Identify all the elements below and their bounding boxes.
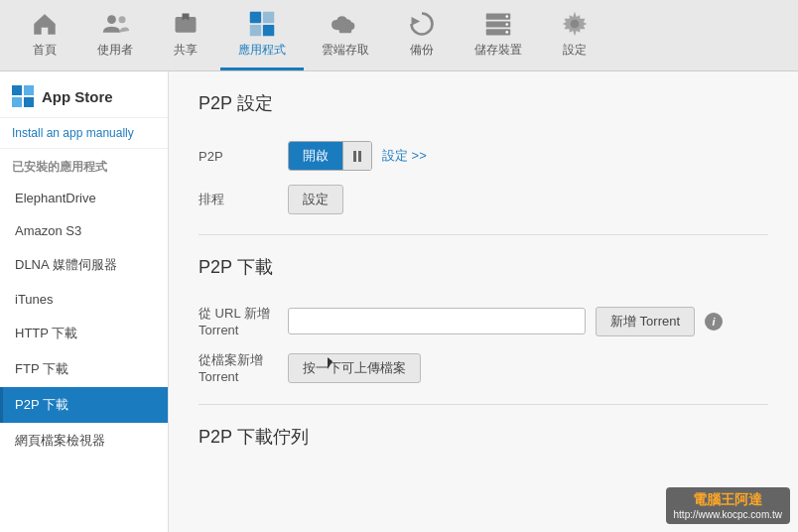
add-torrent-btn[interactable]: 新增 Torrent <box>596 307 695 336</box>
pause-icon <box>353 151 361 162</box>
url-torrent-row: 從 URL 新增 Torrent 新增 Torrent i <box>199 305 768 337</box>
nav-cloud[interactable]: 雲端存取 <box>304 0 387 70</box>
info-icon[interactable]: i <box>705 313 723 331</box>
p2p-settings-link[interactable]: 設定 >> <box>382 147 427 165</box>
toggle-pause-btn[interactable] <box>343 142 371 170</box>
svg-point-14 <box>505 23 508 26</box>
svg-rect-2 <box>176 17 197 33</box>
svg-rect-4 <box>250 11 261 22</box>
sidebar-item-dlna[interactable]: DLNA 媒體伺服器 <box>0 247 168 283</box>
svg-rect-5 <box>263 11 274 22</box>
home-icon <box>31 10 59 38</box>
nav-users[interactable]: 使用者 <box>79 0 151 70</box>
nav-backup-label: 備份 <box>410 42 434 59</box>
divider-1 <box>199 234 768 235</box>
nav-apps[interactable]: 應用程式 <box>220 0 304 70</box>
cloud-icon <box>332 10 359 38</box>
apps-icon <box>248 10 276 38</box>
top-nav: 首頁 使用者 共享 應用程式 雲端存取 <box>0 0 798 71</box>
url-torrent-label: 從 URL 新增 Torrent <box>199 305 278 337</box>
logo-sq4 <box>24 97 34 107</box>
svg-point-15 <box>505 31 508 34</box>
upload-file-btn[interactable]: 按一下可上傳檔案 <box>288 353 421 383</box>
nav-settings-label: 設定 <box>563 42 587 59</box>
backup-icon <box>408 10 436 38</box>
nav-cloud-label: 雲端存取 <box>322 42 369 59</box>
sidebar-item-itunes[interactable]: iTunes <box>0 283 168 316</box>
p2p-queue-title: P2P 下載佇列 <box>199 425 768 459</box>
sidebar: App Store Install an app manually 已安裝的應用… <box>0 71 169 532</box>
file-torrent-label: 從檔案新增 Torrent <box>199 351 278 384</box>
nav-share-label: 共享 <box>174 42 198 59</box>
installed-apps-section: 已安裝的應用程式 <box>0 149 168 182</box>
sidebar-item-browser[interactable]: 網頁檔案檢視器 <box>0 423 168 459</box>
users-icon <box>101 10 129 38</box>
install-app-link[interactable]: Install an app manually <box>0 118 168 149</box>
logo-sq3 <box>12 97 22 107</box>
url-torrent-input[interactable] <box>288 308 586 334</box>
p2p-label: P2P <box>199 149 278 164</box>
watermark-url: http://www.kocpc.com.tw <box>674 509 782 520</box>
svg-point-1 <box>119 16 126 23</box>
schedule-row: 排程 設定 <box>199 185 768 214</box>
nav-backup[interactable]: 備份 <box>387 0 457 70</box>
logo-sq2 <box>24 85 34 95</box>
sidebar-item-elephant[interactable]: ElephantDrive <box>0 182 168 214</box>
sidebar-item-http[interactable]: HTTP 下載 <box>0 316 168 351</box>
p2p-toggle-row: P2P 開啟 設定 >> <box>199 141 768 171</box>
logo-sq1 <box>12 85 22 95</box>
appstore-logo <box>12 85 34 107</box>
divider-2 <box>199 404 768 405</box>
watermark-brand: 電腦王阿達 <box>693 491 762 509</box>
main-layout: App Store Install an app manually 已安裝的應用… <box>0 71 798 532</box>
svg-rect-6 <box>250 24 261 35</box>
svg-rect-7 <box>263 24 274 35</box>
appstore-title: App Store <box>42 88 113 105</box>
main-content: P2P 設定 P2P 開啟 設定 >> 排程 設定 P2P 下載 從 URL 新… <box>169 71 798 532</box>
nav-storage[interactable]: 儲存裝置 <box>457 0 540 70</box>
sidebar-appstore-header: App Store <box>0 71 168 118</box>
schedule-btn[interactable]: 設定 <box>288 185 343 214</box>
nav-apps-label: 應用程式 <box>238 42 286 59</box>
svg-marker-9 <box>412 17 421 26</box>
toggle-on-btn[interactable]: 開啟 <box>289 142 342 170</box>
nav-users-label: 使用者 <box>97 42 133 59</box>
schedule-label: 排程 <box>199 191 278 208</box>
sidebar-item-amazon[interactable]: Amazon S3 <box>0 214 168 247</box>
storage-icon <box>484 10 512 38</box>
nav-settings[interactable]: 設定 <box>540 0 609 70</box>
nav-storage-label: 儲存裝置 <box>474 42 522 59</box>
settings-icon <box>561 10 589 38</box>
watermark: 電腦王阿達 http://www.kocpc.com.tw <box>666 487 790 524</box>
nav-share[interactable]: 共享 <box>151 0 220 70</box>
p2p-settings-title: P2P 設定 <box>199 91 768 125</box>
sidebar-item-ftp[interactable]: FTP 下載 <box>0 351 168 387</box>
p2p-download-title: P2P 下載 <box>199 255 768 289</box>
nav-home[interactable]: 首頁 <box>10 0 79 70</box>
sidebar-item-p2p[interactable]: P2P 下載 <box>0 387 168 423</box>
share-icon <box>172 10 200 38</box>
svg-point-0 <box>107 15 116 24</box>
nav-home-label: 首頁 <box>33 42 57 59</box>
p2p-toggle-group: 開啟 <box>288 141 372 171</box>
svg-point-13 <box>505 15 508 18</box>
file-torrent-row: 從檔案新增 Torrent 按一下可上傳檔案 <box>199 351 768 384</box>
